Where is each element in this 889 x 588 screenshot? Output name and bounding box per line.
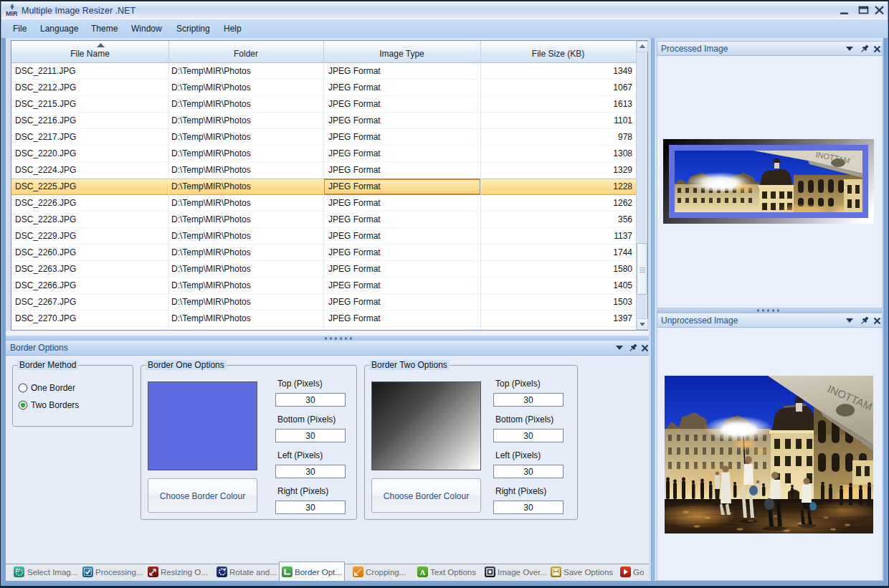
svg-text:MIR: MIR (6, 10, 18, 17)
svg-text:A: A (420, 568, 426, 577)
